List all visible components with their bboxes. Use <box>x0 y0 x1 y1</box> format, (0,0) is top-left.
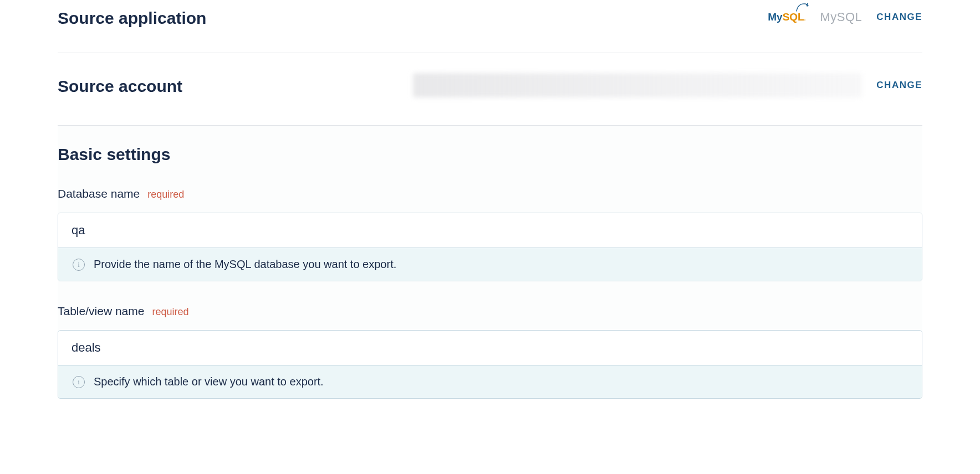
database-name-input[interactable] <box>58 213 922 248</box>
database-name-help: i Provide the name of the MySQL database… <box>58 248 922 281</box>
source-application-name: MySQL <box>820 10 862 24</box>
mysql-logo-icon: MySQL. <box>768 11 805 23</box>
change-source-account-link[interactable]: CHANGE <box>876 80 922 91</box>
source-account-heading: Source account <box>58 75 182 96</box>
source-application-heading: Source application <box>58 7 206 28</box>
basic-settings-section: Basic settings Database name required i … <box>58 126 922 399</box>
source-application-section: Source application MySQL. MySQL CHANGE <box>58 0 922 53</box>
source-account-section: Source account CHANGE <box>58 53 922 126</box>
info-icon: i <box>73 376 85 388</box>
change-source-application-link[interactable]: CHANGE <box>876 12 922 23</box>
basic-settings-heading: Basic settings <box>58 145 922 164</box>
table-view-name-help-text: Specify which table or view you want to … <box>94 375 324 388</box>
source-account-value-redacted <box>413 73 862 97</box>
table-view-name-help: i Specify which table or view you want t… <box>58 365 922 398</box>
required-tag: required <box>152 306 188 318</box>
database-name-label: Database name <box>58 187 140 200</box>
database-name-help-text: Provide the name of the MySQL database y… <box>94 258 396 271</box>
table-view-name-field: Table/view name required i Specify which… <box>58 305 922 399</box>
table-view-name-input[interactable] <box>58 331 922 365</box>
table-view-name-label: Table/view name <box>58 305 144 318</box>
database-name-field: Database name required i Provide the nam… <box>58 187 922 281</box>
required-tag: required <box>147 189 184 200</box>
info-icon: i <box>73 259 85 271</box>
